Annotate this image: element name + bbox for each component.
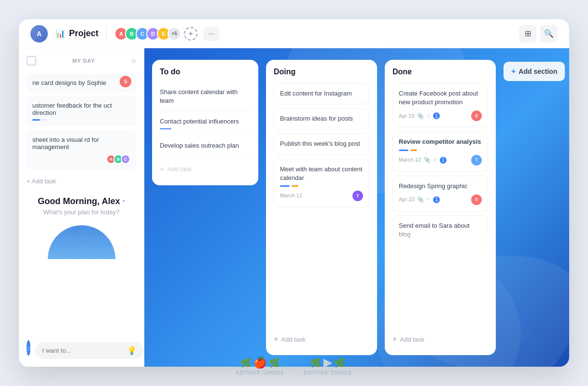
home-button[interactable]: ⌂ xyxy=(27,340,30,356)
chat-icon: 1 xyxy=(440,157,447,164)
task-text: sheet into a visual rd for management xyxy=(32,136,130,151)
search-button[interactable]: 🔍 xyxy=(540,25,558,42)
done-column-card: Done Create Facebook post about new prod… xyxy=(385,60,496,355)
doing-task-2[interactable]: Brainstorm ideas for posts xyxy=(274,108,369,129)
add-section-wrapper: + Add section xyxy=(504,60,565,355)
underline-indicator xyxy=(160,128,171,129)
leaf-right-icon: 🌿 xyxy=(269,358,280,368)
todo-task-1[interactable]: Share content calendar with team xyxy=(160,83,251,110)
task-meta: Apr 23 📎 ⑂ 1 S xyxy=(399,110,482,121)
task-assignee-avatar: S xyxy=(120,76,131,87)
add-section-button[interactable]: + Add section xyxy=(504,62,565,81)
progress-bar xyxy=(399,150,482,151)
leaf-left-icon: 🌿 xyxy=(240,358,252,368)
task-meta: March 12 📎 ⑂ 1 T xyxy=(399,155,482,165)
kanban-board: To do Share content calendar with team C… xyxy=(144,48,569,367)
sidebar-task-card-1: ne card designs by Sophie S xyxy=(27,73,136,92)
branch-icon: ⑂ xyxy=(427,112,430,120)
user-avatar[interactable]: A xyxy=(30,25,48,42)
sidebar-panel: MY DAY ○ ne card designs by Sophie S ust… xyxy=(19,48,144,367)
play-icon: ▶ xyxy=(323,357,332,369)
progress-indicator xyxy=(32,119,40,121)
close-icon[interactable]: ○ xyxy=(131,56,136,65)
task-text: Redesign Spring graphic xyxy=(399,182,482,191)
done-add-task-button[interactable]: + Add task xyxy=(392,331,488,347)
todo-column: To do Share content calendar with team C… xyxy=(152,60,258,355)
todo-column-card: To do Share content calendar with team C… xyxy=(152,60,258,185)
sidebar-add-task[interactable]: + Add task xyxy=(27,174,136,189)
progress-orange xyxy=(292,185,298,187)
done-task-1[interactable]: Create Facebook post about new product p… xyxy=(392,83,488,127)
greeting-text: Good Morning, Alex · xyxy=(27,196,136,207)
task-assignee: S xyxy=(471,194,482,205)
todo-add-task-button[interactable]: + Add task xyxy=(160,161,251,178)
footer-badge-1: 🌿 🍎 🌿 EDITORS' CHOICE xyxy=(236,357,284,375)
progress-blue xyxy=(280,185,290,187)
clip-icon: 📎 xyxy=(417,112,424,120)
members-group: A B C D E +6 + xyxy=(114,27,197,41)
doing-column-card: Doing Edit content for Instagram Brainst… xyxy=(266,60,377,355)
progress-bar xyxy=(280,185,363,187)
project-title: 📊 Project xyxy=(56,28,98,39)
bar-chart-icon: 📊 xyxy=(56,29,65,38)
progress-bg xyxy=(42,119,47,121)
sidebar-bottom: ⌂ 💡 xyxy=(27,336,136,359)
done-task-2[interactable]: Review competitor analysis March 12 📎 ⑂ … xyxy=(392,131,488,171)
task-text: ne card designs by Sophie xyxy=(32,79,130,86)
task-avatar: T xyxy=(352,191,363,201)
layout-toggle-button[interactable]: ⊞ xyxy=(519,25,536,42)
avatar-3: C xyxy=(121,154,130,164)
member-count[interactable]: +6 xyxy=(168,27,181,41)
app-container: A 📊 Project A B C D E +6 + ··· ⊞ 🔍 xyxy=(19,19,569,367)
navbar-right: ⊞ 🔍 xyxy=(519,25,558,42)
clip-icon: 📎 xyxy=(417,196,424,203)
plus-icon: + xyxy=(274,335,278,344)
done-task-4[interactable]: Send email to Sara about blog xyxy=(392,215,488,245)
idea-icon: 💡 xyxy=(127,346,137,355)
chat-input[interactable] xyxy=(42,347,123,354)
footer-badges: 🌿 🍎 🌿 EDITORS' CHOICE 🌿 ▶ 🌿 EDITORS' CHO… xyxy=(236,351,352,381)
todo-task-2[interactable]: Contact potential influencers xyxy=(160,112,251,134)
doing-task-3[interactable]: Publish this week's blog post xyxy=(274,133,369,154)
plus-icon: + xyxy=(160,165,164,174)
branch-icon: ⑂ xyxy=(427,196,430,203)
chat-icon: 1 xyxy=(433,196,440,203)
doing-column: Doing Edit content for Instagram Brainst… xyxy=(266,60,377,355)
task-text: Review competitor analysis xyxy=(399,138,482,146)
doing-add-task-button[interactable]: + Add task xyxy=(274,331,369,347)
task-text: Send email to Sara about blog xyxy=(399,221,482,239)
badge-icons-2: 🌿 ▶ 🌿 xyxy=(310,357,345,369)
input-wrapper: 💡 xyxy=(35,342,143,359)
doing-column-title: Doing xyxy=(274,68,369,76)
plus-icon: + xyxy=(392,335,397,344)
greeting-section: Good Morning, Alex · What's your plan fo… xyxy=(27,196,136,216)
done-task-3[interactable]: Redesign Spring graphic Apr 23 📎 ⑂ 1 S xyxy=(392,176,488,211)
add-member-button[interactable]: + xyxy=(184,27,197,41)
footer-badge-2: 🌿 ▶ 🌿 EDITORS' CHOICE xyxy=(304,357,352,375)
badge-icons-1: 🌿 🍎 🌿 xyxy=(240,357,280,369)
task-text: ustomer feedback for the uct direction xyxy=(32,102,130,116)
progress-blue xyxy=(399,150,408,151)
divider xyxy=(106,27,107,41)
half-circle-graphic xyxy=(48,225,115,259)
navbar: A 📊 Project A B C D E +6 + ··· ⊞ 🔍 xyxy=(19,19,569,48)
task-assignee: S xyxy=(471,110,482,121)
task-assignee: T xyxy=(471,155,482,165)
todo-task-3[interactable]: Develop sales outreach plan xyxy=(160,137,251,155)
my-day-header: MY DAY ○ xyxy=(27,56,136,66)
sidebar-task-card-2: ustomer feedback for the uct direction xyxy=(27,96,136,126)
chat-icon: 1 xyxy=(433,112,440,119)
leaf-right-icon-2: 🌿 xyxy=(334,358,345,368)
branch-icon: ⑂ xyxy=(434,156,437,164)
greeting-subtitle: What's your plan for today? xyxy=(27,208,136,216)
checkbox-icon xyxy=(27,56,36,66)
done-column-title: Done xyxy=(392,68,488,76)
doing-task-1[interactable]: Edit content for Instagram xyxy=(274,83,369,104)
leaf-left-icon-2: 🌿 xyxy=(310,358,322,368)
main-content: MY DAY ○ ne card designs by Sophie S ust… xyxy=(19,48,569,367)
task-text: Create Facebook post about new product p… xyxy=(399,89,482,107)
doing-task-4[interactable]: Meet with team about content calendar Ma… xyxy=(274,159,369,207)
more-options-button[interactable]: ··· xyxy=(203,27,219,41)
clip-icon: 📎 xyxy=(424,156,431,164)
progress-orange xyxy=(410,150,417,151)
